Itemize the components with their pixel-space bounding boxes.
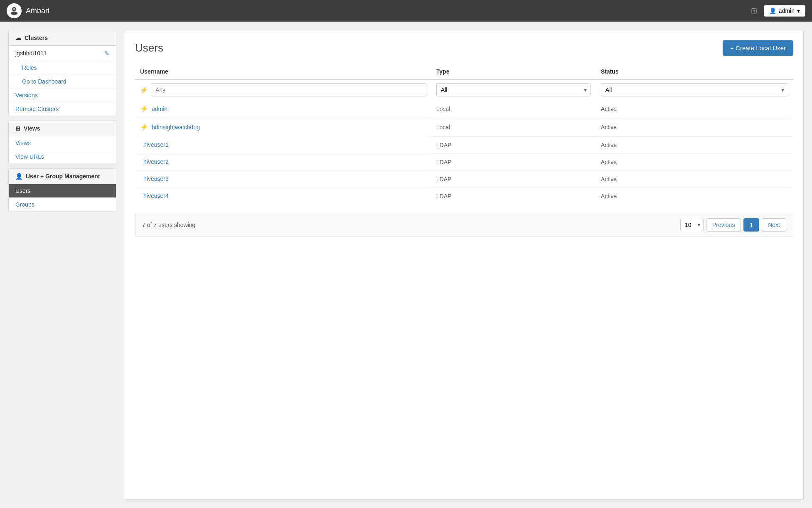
table-row: hiveuser3LDAPActive bbox=[135, 170, 793, 187]
per-page-select[interactable]: 10 25 50 bbox=[680, 219, 704, 231]
status-column-header: Status bbox=[596, 64, 793, 79]
views-header-label: Views bbox=[24, 125, 40, 132]
status-cell: Active bbox=[596, 187, 793, 205]
status-cell: Active bbox=[596, 118, 793, 136]
cluster-item: jgshhdi1011 ✎ bbox=[9, 46, 116, 61]
type-cell: LDAP bbox=[431, 170, 596, 187]
sidebar-item-roles[interactable]: Roles bbox=[9, 61, 116, 75]
sidebar-item-users[interactable]: Users bbox=[9, 184, 116, 198]
users-table: Username Type Status ⚡ bbox=[135, 64, 793, 205]
type-cell: Local bbox=[431, 100, 596, 118]
page-1-button[interactable]: 1 bbox=[743, 218, 759, 232]
grid-icon[interactable]: ⊞ bbox=[751, 6, 757, 15]
status-cell: Active bbox=[596, 136, 793, 153]
username-link[interactable]: hiveuser2 bbox=[143, 158, 169, 165]
brand-area: Ambari bbox=[7, 3, 49, 18]
main-content: Users + Create Local User Username Type … bbox=[125, 30, 804, 500]
username-filter-input[interactable] bbox=[151, 83, 426, 96]
users-table-body: ⚡adminLocalActive⚡hdinsightwatchdogLocal… bbox=[135, 100, 793, 205]
username-link[interactable]: hiveuser4 bbox=[143, 192, 169, 199]
views-section: ⊞ Views Views View URLs bbox=[8, 121, 116, 164]
table-header-row: Username Type Status bbox=[135, 64, 793, 79]
svg-point-2 bbox=[13, 8, 15, 10]
app-title: Ambari bbox=[26, 7, 49, 15]
top-navigation: Ambari ⊞ 👤 admin ▾ bbox=[0, 0, 812, 22]
status-filter-wrapper: All Active Inactive bbox=[601, 83, 788, 96]
row-lightning-icon: ⚡ bbox=[140, 123, 148, 131]
sidebar-item-remote-clusters[interactable]: Remote Clusters bbox=[9, 102, 116, 116]
pagination-controls: 10 25 50 Previous 1 Next bbox=[680, 218, 786, 232]
username-cell: ⚡hdinsightwatchdog bbox=[135, 118, 431, 136]
sidebar-item-views[interactable]: Views bbox=[9, 136, 116, 150]
svg-point-1 bbox=[11, 12, 17, 15]
user-icon: 👤 bbox=[769, 7, 776, 14]
username-filter-cell: ⚡ bbox=[135, 79, 431, 100]
filter-lightning-icon: ⚡ bbox=[140, 86, 148, 94]
table-row: ⚡hdinsightwatchdogLocalActive bbox=[135, 118, 793, 136]
table-row: hiveuser4LDAPActive bbox=[135, 187, 793, 205]
filter-row: ⚡ All Local LDAP bbox=[135, 79, 793, 100]
dropdown-arrow-icon: ▾ bbox=[797, 7, 800, 14]
username-cell: hiveuser4 bbox=[135, 187, 431, 204]
cloud-icon: ☁ bbox=[15, 35, 21, 41]
type-filter-select[interactable]: All Local LDAP bbox=[436, 83, 591, 96]
ugm-section-header: 👤 User + Group Management bbox=[9, 169, 116, 184]
type-filter-wrapper: All Local LDAP bbox=[436, 83, 591, 96]
views-grid-icon: ⊞ bbox=[15, 125, 20, 132]
table-row: hiveuser2LDAPActive bbox=[135, 153, 793, 170]
table-row: ⚡adminLocalActive bbox=[135, 100, 793, 118]
type-column-header: Type bbox=[431, 64, 596, 79]
sidebar-item-view-urls[interactable]: View URLs bbox=[9, 150, 116, 164]
page-title: Users bbox=[135, 42, 163, 54]
status-filter-select[interactable]: All Active Inactive bbox=[601, 83, 788, 96]
ugm-header-label: User + Group Management bbox=[26, 173, 100, 180]
status-cell: Active bbox=[596, 153, 793, 170]
username-column-header: Username bbox=[135, 64, 431, 79]
type-cell: LDAP bbox=[431, 153, 596, 170]
admin-menu-button[interactable]: 👤 admin ▾ bbox=[764, 5, 805, 17]
views-section-header: ⊞ Views bbox=[9, 121, 116, 136]
topnav-actions: ⊞ 👤 admin ▾ bbox=[751, 5, 805, 17]
pagination-bar: 7 of 7 users showing 10 25 50 Previous 1… bbox=[135, 213, 793, 237]
username-link[interactable]: admin bbox=[152, 106, 167, 112]
table-row: hiveuser1LDAPActive bbox=[135, 136, 793, 153]
sidebar-item-versions[interactable]: Versions bbox=[9, 89, 116, 102]
ugm-user-icon: 👤 bbox=[15, 173, 22, 180]
next-page-button[interactable]: Next bbox=[762, 218, 786, 232]
type-cell: Local bbox=[431, 118, 596, 136]
main-layout: ☁ Clusters jgshhdi1011 ✎ Roles Go to Das… bbox=[0, 22, 812, 508]
ugm-section: 👤 User + Group Management Users Groups bbox=[8, 168, 116, 212]
type-cell: LDAP bbox=[431, 136, 596, 153]
pagination-info: 7 of 7 users showing bbox=[142, 222, 195, 228]
per-page-wrapper: 10 25 50 bbox=[680, 219, 704, 231]
admin-label: admin bbox=[779, 7, 795, 14]
status-cell: Active bbox=[596, 170, 793, 187]
sidebar-item-dashboard[interactable]: Go to Dashboard bbox=[9, 75, 116, 89]
edit-cluster-icon[interactable]: ✎ bbox=[104, 50, 109, 57]
username-link[interactable]: hiveuser3 bbox=[143, 175, 169, 182]
clusters-section: ☁ Clusters jgshhdi1011 ✎ Roles Go to Das… bbox=[8, 30, 116, 116]
content-header: Users + Create Local User bbox=[135, 40, 793, 56]
username-link[interactable]: hdinsightwatchdog bbox=[152, 124, 200, 131]
sidebar: ☁ Clusters jgshhdi1011 ✎ Roles Go to Das… bbox=[8, 30, 116, 500]
type-cell: LDAP bbox=[431, 187, 596, 205]
username-cell: ⚡admin bbox=[135, 100, 431, 118]
username-cell: hiveuser2 bbox=[135, 153, 431, 170]
username-cell: hiveuser1 bbox=[135, 136, 431, 153]
sidebar-item-groups[interactable]: Groups bbox=[9, 198, 116, 212]
create-local-user-button[interactable]: + Create Local User bbox=[723, 40, 793, 56]
cluster-name: jgshhdi1011 bbox=[15, 50, 47, 57]
app-logo bbox=[7, 3, 22, 18]
status-filter-cell: All Active Inactive bbox=[596, 79, 793, 100]
previous-page-button[interactable]: Previous bbox=[706, 218, 741, 232]
row-lightning-icon: ⚡ bbox=[140, 105, 148, 113]
username-link[interactable]: hiveuser1 bbox=[143, 141, 169, 148]
username-cell: hiveuser3 bbox=[135, 170, 431, 187]
clusters-header-label: Clusters bbox=[25, 35, 48, 41]
type-filter-cell: All Local LDAP bbox=[431, 79, 596, 100]
status-cell: Active bbox=[596, 100, 793, 118]
clusters-section-header: ☁ Clusters bbox=[9, 30, 116, 46]
